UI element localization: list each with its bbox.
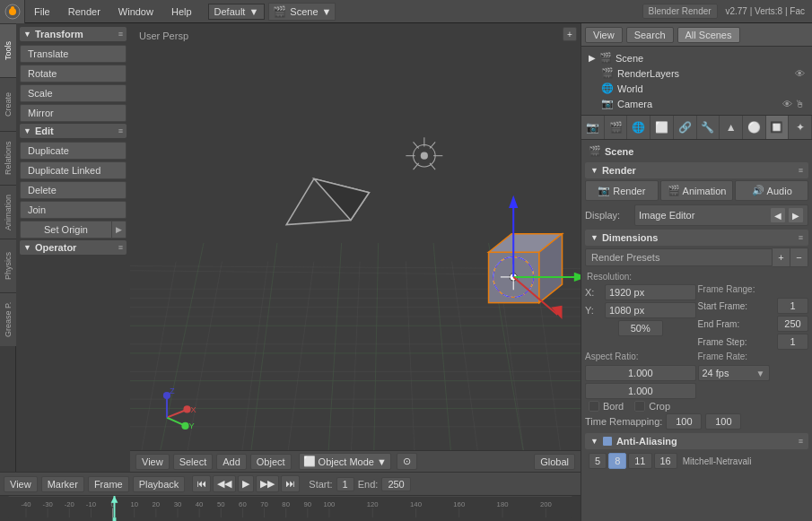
menu-render[interactable]: Render <box>59 0 109 22</box>
prop-icon-texture[interactable]: 🔲 <box>766 116 790 139</box>
play-btn[interactable]: ▶ <box>238 475 254 492</box>
search-button[interactable]: Search <box>626 27 674 43</box>
scene-item-renderlayers[interactable]: 🎬 RenderLayers 👁 <box>585 65 808 81</box>
global-selector[interactable]: Global <box>534 454 575 470</box>
scene-selector[interactable]: 🎬 Scene ▼ <box>268 3 336 21</box>
jump-end-btn[interactable]: ⏭ <box>281 475 300 492</box>
display-prev-btn[interactable]: ◀ <box>770 207 786 223</box>
all-scenes-button[interactable]: All Scenes <box>677 27 740 43</box>
translate-button[interactable]: Translate <box>20 45 127 63</box>
end-val[interactable]: 250 <box>381 477 410 491</box>
tab-physics[interactable]: Physics <box>0 239 16 292</box>
prop-icon-scene[interactable]: 🎬 <box>605 116 628 139</box>
aa-section-header[interactable]: ▼ Anti-Aliasing ≡ <box>585 433 808 449</box>
resolution-x-field[interactable]: 1920 px <box>605 284 696 300</box>
prop-icon-materials[interactable]: ⚪ <box>743 116 766 139</box>
camera-eye[interactable]: 👁 🖱 <box>782 99 805 109</box>
renderlayers-eye[interactable]: 👁 <box>795 68 805 79</box>
tab-tools[interactable]: Tools <box>0 23 16 77</box>
svg-line-13 <box>406 262 415 464</box>
viewport[interactable]: User Persp + <box>130 23 581 521</box>
svg-marker-48 <box>551 306 562 319</box>
dimensions-section-header[interactable]: ▼ Dimensions ≡ <box>585 230 808 246</box>
menu-window[interactable]: Window <box>109 0 162 22</box>
delete-button[interactable]: Delete <box>20 181 127 199</box>
jump-start-btn[interactable]: ⏮ <box>192 475 211 492</box>
start-frame-field[interactable]: 1 <box>777 298 808 314</box>
timeline-view-btn[interactable]: View <box>4 476 38 492</box>
set-origin-button[interactable]: Set Origin <box>20 221 112 239</box>
start-val[interactable]: 1 <box>336 477 354 491</box>
set-origin-arrow[interactable]: ▶ <box>112 221 127 239</box>
render-button[interactable]: 📷 Render <box>585 180 659 201</box>
aa-11[interactable]: 11 <box>628 453 651 469</box>
time-remap-old[interactable]: 100 <box>666 413 702 430</box>
duplicate-linked-button[interactable]: Duplicate Linked <box>20 161 127 179</box>
prop-icon-render[interactable]: 📷 <box>581 116 605 139</box>
timeline-marker-btn[interactable]: Marker <box>41 476 84 492</box>
operator-section-header[interactable]: ▼ Operator ≡ <box>20 240 127 255</box>
aspect-x-field[interactable]: 1.000 <box>585 365 696 381</box>
workspace-selector[interactable]: Default ▼ <box>208 4 266 20</box>
tab-create[interactable]: Create <box>0 77 16 131</box>
fps-selector[interactable]: 24 fps ▼ <box>698 365 770 381</box>
prop-icon-world[interactable]: 🌐 <box>627 116 650 139</box>
timeline-frame-btn[interactable]: Frame <box>88 476 129 492</box>
duplicate-button[interactable]: Duplicate <box>20 142 127 160</box>
menu-file[interactable]: File <box>25 0 59 22</box>
scene-item-world[interactable]: 🌐 World <box>585 81 808 96</box>
timeline-ruler[interactable]: -40 -30 -20 -10 0 10 20 30 40 50 60 70 8… <box>0 496 581 521</box>
play-back-btn[interactable]: ◀◀ <box>213 475 236 492</box>
transform-section-header[interactable]: ▼ Transform ≡ <box>20 27 127 41</box>
time-remap-new[interactable]: 100 <box>705 413 741 430</box>
edit-section-header[interactable]: ▼ Edit ≡ <box>20 124 127 138</box>
display-selector[interactable]: Image Editor ◀ ▶ <box>634 204 808 226</box>
timeline-playback-btn[interactable]: Playback <box>133 476 186 492</box>
tab-grease[interactable]: Grease P. <box>0 292 16 346</box>
view-btn[interactable]: View <box>135 454 170 470</box>
display-next-btn[interactable]: ▶ <box>788 207 804 223</box>
scene-item-camera[interactable]: 📷 Camera 👁 🖱 <box>585 96 808 111</box>
aa-8[interactable]: 8 <box>608 453 626 469</box>
render-presets-add[interactable]: + <box>773 247 790 267</box>
play-fwd-btn[interactable]: ▶▶ <box>256 475 279 492</box>
tab-relations[interactable]: Relations <box>0 131 16 185</box>
render-section-header[interactable]: ▼ Render ≡ <box>585 162 808 178</box>
viewport-pivot[interactable]: ⊙ <box>397 453 417 470</box>
render-presets-remove[interactable]: − <box>790 247 808 267</box>
view-button[interactable]: View <box>585 27 623 43</box>
prop-icon-data[interactable]: ▲ <box>720 116 743 139</box>
prop-icon-modifiers[interactable]: 🔧 <box>697 116 720 139</box>
object-btn[interactable]: Object <box>250 454 292 470</box>
resolution-pct-field[interactable]: 50% <box>618 320 663 336</box>
object-mode-selector[interactable]: ⬜ Object Mode ▼ <box>299 453 391 470</box>
crop-checkbox[interactable] <box>634 401 645 412</box>
end-frame-field[interactable]: 250 <box>777 316 808 332</box>
resolution-y-field[interactable]: 1080 px <box>605 302 696 318</box>
svg-marker-44 <box>509 195 518 208</box>
join-button[interactable]: Join <box>20 201 127 219</box>
menu-help[interactable]: Help <box>162 0 201 22</box>
scale-button[interactable]: Scale <box>20 84 127 102</box>
animation-button[interactable]: 🎬 Animation <box>660 180 734 201</box>
prop-icon-object[interactable]: ⬜ <box>650 116 674 139</box>
aa-checkbox[interactable] <box>602 436 613 447</box>
select-btn[interactable]: Select <box>173 454 214 470</box>
bord-checkbox[interactable] <box>589 401 599 412</box>
prop-icon-constraints[interactable]: 🔗 <box>674 116 697 139</box>
prop-icon-particles[interactable]: ✦ <box>789 116 812 139</box>
tab-animation[interactable]: Animation <box>0 185 16 239</box>
add-btn[interactable]: Add <box>216 454 247 470</box>
mirror-button[interactable]: Mirror <box>20 104 127 122</box>
frame-step-field[interactable]: 1 <box>777 334 808 350</box>
rotate-button[interactable]: Rotate <box>20 65 127 82</box>
aa-5[interactable]: 5 <box>589 453 607 469</box>
aa-16[interactable]: 16 <box>654 453 677 469</box>
main-area: Tools Create Relations Animation Physics… <box>0 23 812 521</box>
audio-button[interactable]: 🔊 Audio <box>735 180 808 201</box>
svg-text:200: 200 <box>540 500 552 508</box>
aspect-y-field[interactable]: 1.000 <box>585 383 696 399</box>
frame-step-row: Frame Step: 1 <box>698 334 809 350</box>
engine-selector[interactable]: Blender Render <box>642 4 718 19</box>
scene-item-scene[interactable]: ▶ 🎬 Scene <box>585 50 808 65</box>
